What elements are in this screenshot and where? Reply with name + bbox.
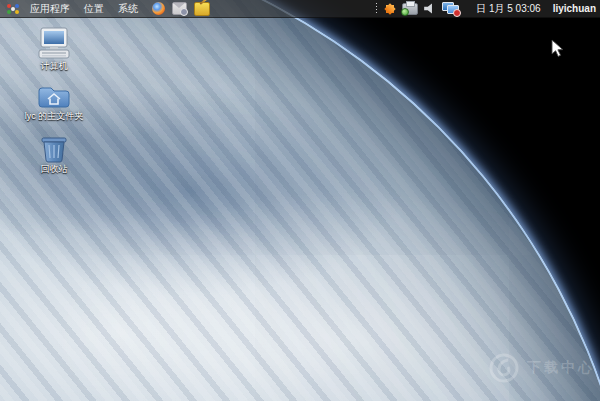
updates-starburst-icon[interactable] <box>384 3 396 15</box>
trash-icon <box>39 135 69 163</box>
home-folder-icon <box>37 85 71 110</box>
desktop-icons: 计算机 lyc 的主文件夹 <box>16 27 92 175</box>
panel-launchers <box>152 2 210 16</box>
network-monitors-icon[interactable] <box>442 2 460 15</box>
icon-label: 计算机 <box>41 61 68 72</box>
panel-right-section: 日 1月 5 03:06 liyichuan <box>375 0 600 17</box>
user-switcher[interactable]: liyichuan <box>553 0 596 17</box>
desktop-icon-home-folder[interactable]: lyc 的主文件夹 <box>16 85 92 122</box>
menu-places[interactable]: 位置 <box>78 0 110 17</box>
tray-drag-handle-icon[interactable] <box>375 2 378 15</box>
firefox-icon[interactable] <box>152 2 165 15</box>
icon-label: 回收站 <box>41 164 68 175</box>
distro-logo-icon[interactable] <box>6 2 20 16</box>
menu-system[interactable]: 系统 <box>112 0 144 17</box>
desktop-icon-trash[interactable]: 回收站 <box>16 135 92 175</box>
top-panel: 应用程序 位置 系统 日 1月 5 03:06 liyichuan <box>0 0 600 18</box>
desktop: 应用程序 位置 系统 日 1月 5 03:06 liyichuan <box>0 0 600 401</box>
clock-applet[interactable]: 日 1月 5 03:06 <box>476 0 540 17</box>
tomboy-notes-icon[interactable] <box>194 2 210 16</box>
computer-icon <box>36 27 72 60</box>
desktop-icon-computer[interactable]: 计算机 <box>16 27 92 72</box>
icon-label: lyc 的主文件夹 <box>25 111 84 122</box>
volume-icon[interactable] <box>424 3 436 15</box>
network-offline-badge <box>453 9 461 17</box>
menu-applications[interactable]: 应用程序 <box>24 0 76 17</box>
evolution-mail-icon[interactable] <box>172 2 187 15</box>
panel-left-section: 应用程序 位置 系统 <box>0 0 210 17</box>
printer-icon[interactable] <box>402 3 418 15</box>
mouse-cursor <box>551 39 564 58</box>
